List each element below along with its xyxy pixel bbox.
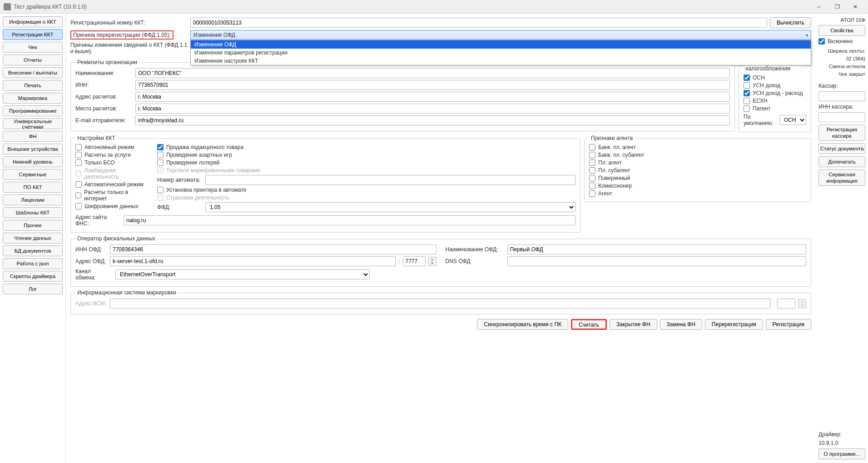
automat-num-input[interactable] [205,175,575,185]
agent-checkbox[interactable] [589,190,595,197]
sidebar-item[interactable]: Универсальные счетчики [3,118,63,129]
about-button[interactable]: О программе... [818,448,865,459]
agent-checkbox[interactable] [589,167,595,174]
ofd-dns-input[interactable] [507,256,807,266]
kkt-checkbox[interactable] [75,192,81,199]
tax-checkbox[interactable] [744,82,750,89]
sidebar-item[interactable]: Скрипты драйвера [3,271,63,282]
ofd-port-input[interactable] [403,256,426,266]
titlebar: Тест драйвера ККТ (10.9.1.0) ─ ❐ ✕ [0,0,868,14]
sidebar-item[interactable]: Лицензии [3,194,63,205]
org-place-input[interactable] [135,104,730,114]
reg-num-input[interactable] [190,18,767,28]
sidebar-item[interactable]: БД документов [3,245,63,256]
kkt-checkbox[interactable] [75,181,82,188]
dropdown-option[interactable]: Изменение ОФД [191,40,811,49]
agent-checkbox[interactable] [589,183,595,189]
ism-port-input [777,299,795,309]
cashier-inn-label: ИНН кассира: [818,104,865,110]
ism-fieldset: Информационная система маркировки Адрес … [70,289,811,314]
sidebar-item[interactable]: Чек [3,42,63,53]
ofd-channel-select[interactable]: EthernetOverTransport [115,269,370,279]
tax-label: ОСН [753,75,765,81]
sync-time-button[interactable]: Синхронизировать время с ПК [477,319,568,330]
fns-addr-input[interactable] [124,215,575,225]
props-button[interactable]: Свойства [818,25,865,36]
tax-checkbox[interactable] [744,75,750,81]
sidebar-item[interactable]: Программирование [3,105,63,116]
sidebar-item[interactable]: Внесения / выплаты [3,67,63,78]
agent-checkbox[interactable] [589,152,595,158]
agent-checkbox[interactable] [589,159,595,166]
service-info-button[interactable]: Сервисная информация [818,169,865,186]
sidebar-item[interactable]: ПО ККТ [3,182,63,193]
ofd-addr-input[interactable] [110,256,396,266]
driver-version: 10.9.1.0 [818,440,865,446]
replace-fn-button[interactable]: Замена ФН [660,319,702,330]
sidebar-item[interactable]: Шаблоны ККТ [3,207,63,218]
calculate-button[interactable]: Вычислить [770,17,811,28]
sidebar-item[interactable]: Внешние устройства [3,144,63,154]
tax-checkbox[interactable] [744,98,750,104]
reprint-button[interactable]: Допечатать [818,156,865,167]
kkt-checkbox[interactable] [157,159,164,166]
enabled-checkbox[interactable] [818,38,825,45]
cashier-input[interactable] [818,91,865,101]
reg-button[interactable]: Регистрация [766,319,811,330]
agent-label: Комиссионер [598,183,632,189]
ofd-name-input[interactable] [507,244,807,254]
agent-checkbox[interactable] [589,144,595,150]
tax-checkbox[interactable] [744,90,750,96]
port-spinner[interactable]: ▲▼ [428,257,436,266]
tax-default-select[interactable]: ОСН [779,115,806,125]
ofd-inn-label: ИНН ОФД: [75,246,107,253]
sidebar-item[interactable]: Лог [3,284,63,294]
org-inn-input[interactable] [135,80,730,90]
org-addr-input[interactable] [135,92,730,102]
kkt-checkbox[interactable] [75,152,82,158]
org-email-input[interactable] [135,115,730,125]
ofd-inn-input[interactable] [110,244,436,254]
sidebar-item[interactable]: Прочее [3,220,63,231]
ffd-select[interactable]: 1.05 [205,202,575,212]
agent-checkbox[interactable] [589,175,595,181]
minimize-button[interactable]: ─ [810,1,828,13]
sidebar-item[interactable]: Регистрация ККТ [3,29,63,40]
kkt-checkbox[interactable] [75,159,82,166]
read-button[interactable]: Считать [571,319,607,330]
cashier-reg-button[interactable]: Регистрация кассира [818,124,865,141]
sidebar-item[interactable]: Работа с json [3,258,63,269]
sidebar-item[interactable]: ФН [3,131,63,142]
sidebar-item[interactable]: Печать [3,80,63,91]
sidebar-item[interactable]: Нижний уровень [3,156,63,167]
printer-in-automat-label: Установка принтера в автомате [166,187,247,193]
dropdown-option[interactable]: Изменение настроек ККТ [191,57,811,65]
enabled-label: Включено [828,38,853,45]
cashier-inn-input[interactable] [818,112,865,122]
sidebar-item[interactable]: Сервисные [3,169,63,180]
dropdown-option[interactable]: Изменение параметров регистрации [191,49,811,57]
rereg-button[interactable]: Перерегистрация [705,319,763,330]
close-fn-button[interactable]: Закрытие ФН [610,319,657,330]
right-panel: АТОЛ 15Ф Свойства Включено Ширина ленты:… [816,14,868,463]
ism-port-spinner[interactable]: ▲▼ [798,299,806,308]
doc-status-button[interactable]: Статус документа [818,143,865,154]
ofd-fieldset: Оператор фискальных данных ИНН ОФД: Наим… [70,235,811,287]
sidebar-item[interactable]: Отчеты [3,55,63,65]
maximize-button[interactable]: ❐ [828,1,846,13]
rereg-reason-dropdown[interactable]: Изменение ОФДИзменение параметров регист… [190,40,811,65]
org-fieldset: Реквизиты организации Наименование: ИНН:… [70,59,735,131]
org-email-label: E-mail отправителя: [75,117,133,124]
sidebar-item[interactable]: Чтение данных [3,233,63,244]
kkt-checkbox[interactable] [157,144,164,150]
sidebar-item[interactable]: Информация о ККТ [3,16,63,27]
tax-checkbox[interactable] [744,105,750,112]
kkt-checkbox[interactable] [157,152,164,158]
kkt-checkbox[interactable] [75,203,82,209]
printer-in-automat-checkbox[interactable] [157,187,164,193]
sidebar-item[interactable]: Маркировка [3,93,63,104]
close-button[interactable]: ✕ [846,1,864,13]
org-name-input[interactable] [135,68,730,78]
kkt-checkbox[interactable] [75,144,82,150]
rereg-reason-select[interactable]: Изменение ОФД [190,30,811,40]
